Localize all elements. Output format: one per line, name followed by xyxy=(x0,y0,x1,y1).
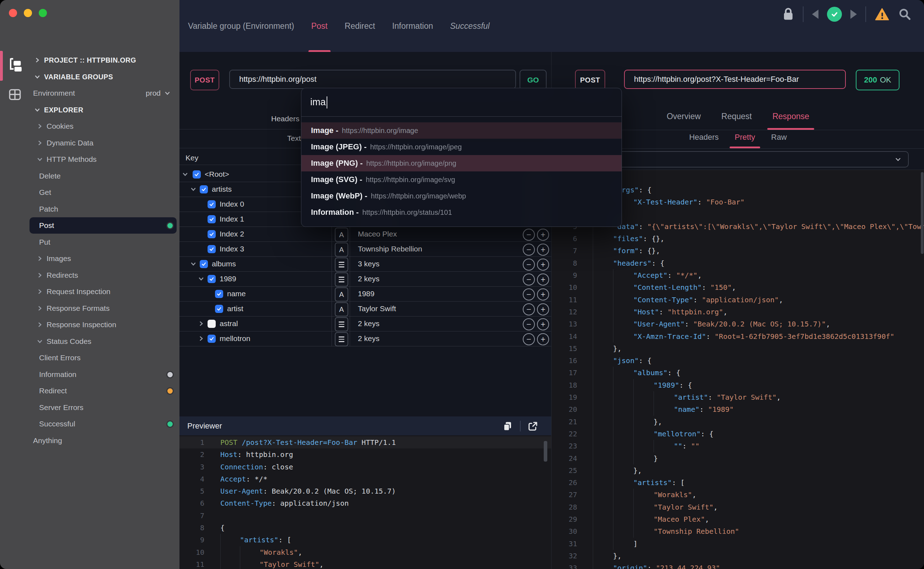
tab-information[interactable]: Information xyxy=(392,0,433,52)
search-icon[interactable] xyxy=(898,8,912,21)
row-value[interactable]: Township Rebellion xyxy=(358,245,422,253)
subtab-raw[interactable]: Raw xyxy=(771,132,787,148)
url-input[interactable]: https://httpbin.org/post xyxy=(229,70,516,89)
tab-response[interactable]: Response xyxy=(772,112,809,130)
warning-icon[interactable] xyxy=(875,8,889,21)
autocomplete-item-image-png[interactable]: Image (PNG) -https://httpbin.org/image/p… xyxy=(301,155,622,171)
chevron-right-icon[interactable] xyxy=(36,305,43,312)
row-value[interactable]: 2 keys xyxy=(358,275,379,283)
sidebar-item-put[interactable]: Put xyxy=(0,234,179,250)
autocomplete-input[interactable]: ima xyxy=(310,88,327,116)
previewer-scrollbar[interactable] xyxy=(544,441,547,462)
go-button[interactable]: GO xyxy=(520,70,546,90)
add-row-button[interactable]: + xyxy=(537,259,549,271)
autocomplete-item-status-101[interactable]: Information -https://httpbin.org/status/… xyxy=(301,204,622,221)
tab-post[interactable]: Post xyxy=(311,0,328,52)
chevron-down-icon[interactable] xyxy=(190,186,197,193)
add-row-button[interactable]: + xyxy=(537,303,549,315)
row-checkbox[interactable] xyxy=(193,170,201,178)
subtab-headers[interactable]: Headers xyxy=(689,132,719,148)
chevron-down-icon[interactable] xyxy=(36,338,43,345)
chevron-right-icon[interactable] xyxy=(36,321,43,328)
row-checkbox[interactable] xyxy=(208,275,216,283)
add-row-button[interactable]: + xyxy=(537,318,549,330)
remove-row-button[interactable]: − xyxy=(523,288,535,301)
lock-icon[interactable] xyxy=(782,7,794,21)
tab-variable-group-environment-[interactable]: Variable group (Environment) xyxy=(188,0,294,52)
chevron-right-icon[interactable] xyxy=(197,335,205,342)
row-checkbox[interactable] xyxy=(215,290,223,298)
response-scrollbar[interactable] xyxy=(921,172,924,254)
row-type-object-icon[interactable] xyxy=(335,257,348,272)
chevron-right-icon[interactable] xyxy=(36,123,43,130)
row-value[interactable]: Maceo Plex xyxy=(358,230,397,238)
sidebar-item-images[interactable]: Images xyxy=(0,250,179,267)
remove-row-button[interactable]: − xyxy=(523,333,535,345)
subtab-pretty[interactable]: Pretty xyxy=(734,132,755,148)
row-value[interactable]: 2 keys xyxy=(358,319,379,328)
chevron-down-icon[interactable] xyxy=(164,90,171,97)
row-type-object-icon[interactable] xyxy=(335,317,348,332)
sidebar-item-environment[interactable]: Environmentprod xyxy=(0,85,179,101)
sidebar-item-response-formats[interactable]: Response Formats xyxy=(0,300,179,316)
autocomplete-item-image-jpeg[interactable]: Image (JPEG) -https://httpbin.org/image/… xyxy=(301,139,622,155)
chevron-down-icon[interactable] xyxy=(34,106,41,113)
remove-row-button[interactable]: − xyxy=(523,303,535,315)
row-type-text-icon[interactable]: A xyxy=(335,242,348,257)
row-checkbox[interactable] xyxy=(200,185,208,193)
row-type-object-icon[interactable] xyxy=(335,272,348,287)
add-row-button[interactable]: + xyxy=(537,333,549,345)
autocomplete-item-httpbin.org-image[interactable]: Image -https://httpbin.org/image xyxy=(301,122,622,139)
copy-icon[interactable] xyxy=(502,421,513,431)
chevron-right-icon[interactable] xyxy=(36,288,43,295)
share-icon[interactable] xyxy=(528,421,539,431)
sidebar-item-get[interactable]: Get xyxy=(0,184,179,201)
sidebar-item-client-errors[interactable]: Client Errors xyxy=(0,350,179,366)
row-value[interactable]: Taylor Swift xyxy=(358,304,396,313)
sidebar-item-post[interactable]: Post xyxy=(0,217,179,234)
zoom-button[interactable] xyxy=(39,9,47,17)
remove-row-button[interactable]: − xyxy=(523,229,535,241)
minimize-button[interactable] xyxy=(24,9,32,17)
chevron-down-icon[interactable] xyxy=(36,156,43,163)
row-type-text-icon[interactable]: A xyxy=(335,288,348,301)
add-row-button[interactable]: + xyxy=(537,274,549,286)
row-checkbox[interactable] xyxy=(200,260,208,268)
chevron-down-icon[interactable] xyxy=(34,73,41,81)
row-checkbox[interactable] xyxy=(208,215,216,223)
chevron-down-icon[interactable] xyxy=(197,275,205,282)
sidebar-item-patch[interactable]: Patch xyxy=(0,201,179,217)
sidebar-item-dynamic-data[interactable]: Dynamic Data xyxy=(0,135,179,151)
sidebar-item-project-httpbin-org[interactable]: PROJECT :: HTTPBIN.ORG xyxy=(0,52,179,68)
row-type-text-icon[interactable]: A xyxy=(335,228,348,242)
tab-request[interactable]: Request xyxy=(721,112,752,130)
back-arrow-icon[interactable] xyxy=(812,10,818,19)
remove-row-button[interactable]: − xyxy=(523,318,535,330)
chevron-right-icon[interactable] xyxy=(36,272,43,279)
tab-overview[interactable]: Overview xyxy=(667,112,701,130)
sidebar-item-delete[interactable]: Delete xyxy=(0,168,179,184)
sidebar-item-status-codes[interactable]: Status Codes xyxy=(0,333,179,350)
response-url-input[interactable]: https://httpbin.org/post?X-Test-Header=F… xyxy=(624,70,846,89)
sidebar-item-request-inspection[interactable]: Request Inspection xyxy=(0,283,179,300)
row-value[interactable]: 2 keys xyxy=(358,334,379,343)
chevron-down-icon[interactable] xyxy=(182,171,189,178)
remove-row-button[interactable]: − xyxy=(523,243,535,256)
chevron-right-icon[interactable] xyxy=(36,255,43,262)
chevron-right-icon[interactable] xyxy=(34,56,41,64)
sidebar-item-redirects[interactable]: Redirects xyxy=(0,267,179,283)
add-row-button[interactable]: + xyxy=(537,243,549,256)
row-type-text-icon[interactable]: A xyxy=(335,302,348,316)
row-checkbox[interactable] xyxy=(208,335,216,343)
remove-row-button[interactable]: − xyxy=(523,274,535,286)
forward-arrow-icon[interactable] xyxy=(850,10,857,19)
sidebar-item-anything[interactable]: Anything xyxy=(0,432,179,449)
chevron-down-icon[interactable] xyxy=(190,260,197,268)
close-button[interactable] xyxy=(9,9,17,17)
sidebar-item-cookies[interactable]: Cookies xyxy=(0,118,179,134)
chevron-right-icon[interactable] xyxy=(36,139,43,146)
previewer-code[interactable]: 1POST /post?X-Test-Header=Foo-Bar HTTP/1… xyxy=(179,435,551,569)
row-type-object-icon[interactable] xyxy=(335,332,348,346)
sidebar-item-successful[interactable]: Successful xyxy=(0,416,179,432)
row-checkbox[interactable] xyxy=(208,230,216,238)
